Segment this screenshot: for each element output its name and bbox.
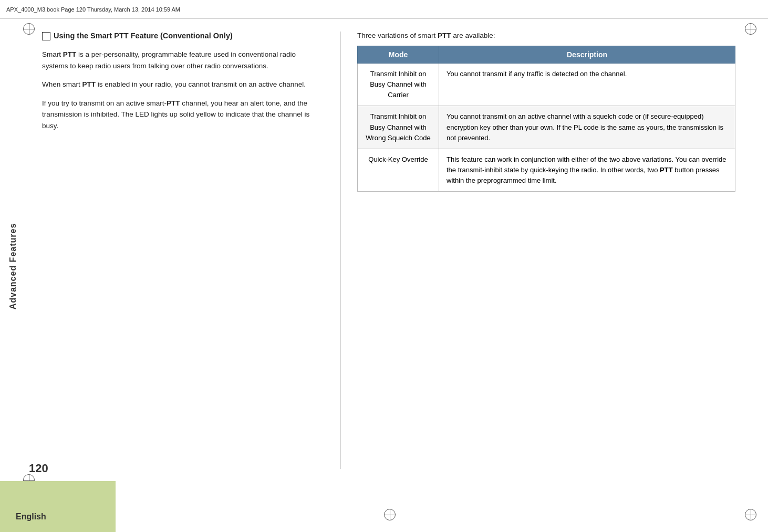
desc-cell-1: You cannot transmit if any traffic is de… [439,64,735,106]
para2-prefix: When smart [42,80,82,88]
left-content-area: Using the Smart PTT Feature (Conventiona… [42,32,320,139]
para1-bold: PTT [63,50,77,58]
top-bar: APX_4000_M3.book Page 120 Thursday, Marc… [0,0,768,19]
para3-prefix: If you try to transmit on an active smar… [42,99,167,107]
paragraph-3: If you try to transmit on an active smar… [42,98,320,132]
para1-prefix: Smart [42,50,63,58]
mode-cell-2: Transmit Inhibit on Busy Channel with Wr… [358,106,439,149]
col-header-mode: Mode [358,46,439,64]
intro-prefix: Three variations of smart [357,32,438,39]
sidebar-label: Advanced Features [8,223,18,309]
desc-cell-2: You cannot transmit on an active channel… [439,106,735,149]
language-tab: English [0,481,116,532]
mode-cell-3: Quick-Key Override [358,149,439,191]
right-content-area: Three variations of smart PTT are availa… [357,32,735,192]
para2-suffix: is enabled in your radio, you cannot tra… [96,80,306,88]
section-heading: Using the Smart PTT Feature (Conventiona… [42,32,320,40]
para3-bold: PTT [167,99,180,107]
desc-cell-3: This feature can work in conjunction wit… [439,149,735,191]
heading-icon [42,32,50,40]
paragraph-1: Smart PTT is a per-personality, programm… [42,49,320,71]
paragraph-2: When smart PTT is enabled in your radio,… [42,79,320,90]
para1-suffix: is a per-personality, programmable featu… [42,50,296,70]
language-label: English [16,512,46,521]
table-row: Transmit Inhibit on Busy Channel with Ca… [358,64,735,106]
mode-cell-1: Transmit Inhibit on Busy Channel with Ca… [358,64,439,106]
intro-bold: PTT [438,32,451,39]
sidebar-text: Advanced Features [0,53,26,479]
col-header-description: Description [439,46,735,64]
intro-suffix: are available: [451,32,495,39]
top-bar-title: APX_4000_M3.book Page 120 Thursday, Marc… [6,6,180,13]
section-heading-text: Using the Smart PTT Feature (Conventiona… [54,32,233,40]
table-row: Transmit Inhibit on Busy Channel with Wr… [358,106,735,149]
page-number: 120 [29,462,48,475]
intro-text: Three variations of smart PTT are availa… [357,32,735,39]
table-header-row: Mode Description [358,46,735,64]
desc3-bold: PTT [660,166,673,174]
table-row: Quick-Key Override This feature can work… [358,149,735,191]
smart-ptt-table: Mode Description Transmit Inhibit on Bus… [357,46,735,192]
vertical-divider [340,32,341,469]
para2-bold: PTT [82,80,96,88]
